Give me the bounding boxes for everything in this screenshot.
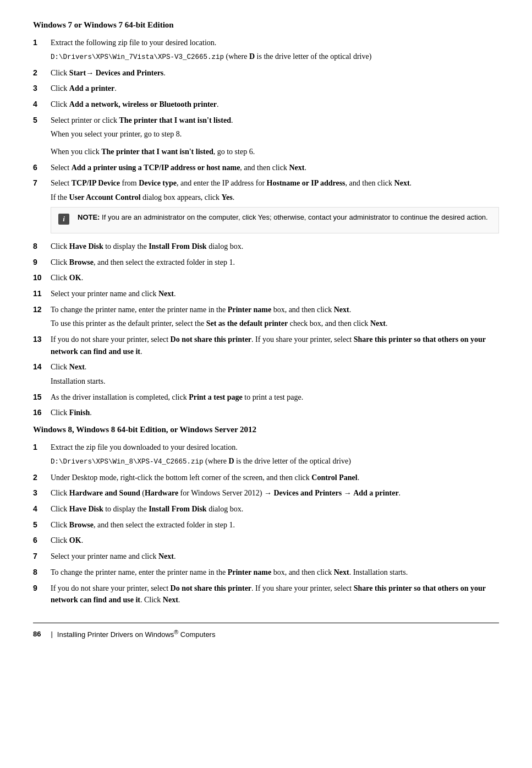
step-text: Under Desktop mode, right-click the bott… <box>51 472 499 484</box>
step-content: Click Add a network, wireless or Bluetoo… <box>51 99 499 111</box>
step-item: 3Click Add a printer. <box>33 83 499 95</box>
step-text: Select your printer name and click Next. <box>51 288 499 300</box>
step-text: Click OK. <box>51 535 499 547</box>
step-item: 10Click OK. <box>33 272 499 284</box>
step-number: 14 <box>33 361 51 373</box>
step-content: Select Add a printer using a TCP/IP addr… <box>51 162 499 174</box>
step-item: 4Click Have Disk to display the Install … <box>33 503 499 515</box>
step-number: 6 <box>33 535 51 546</box>
step-text: Select your printer name and click Next. <box>51 551 499 563</box>
step-text: Select Add a printer using a TCP/IP addr… <box>51 162 499 174</box>
step-content: If you do not share your printer, select… <box>51 334 499 357</box>
step-item: 11Select your printer name and click Nex… <box>33 288 499 300</box>
step-item: 12To change the printer name, enter the … <box>33 304 499 330</box>
step-content: Extract the zip file you downloaded to y… <box>51 442 499 468</box>
step-text: Click Hardware and Sound (Hardware for W… <box>51 487 499 499</box>
step-content: To change the printer name, enter the pr… <box>51 304 499 330</box>
page-footer: 86 | Installing Printer Drivers on Windo… <box>33 623 499 640</box>
step-code-line: D:\Drivers\XPS\Win_7Vista\XPS-V3_C2665.z… <box>51 51 499 63</box>
step-content: Under Desktop mode, right-click the bott… <box>51 472 499 484</box>
step-item: 16Click Finish. <box>33 407 499 419</box>
step-text: As the driver installation is completed,… <box>51 391 499 404</box>
step-text: Click Have Disk to display the Install F… <box>51 503 499 515</box>
step-text: Click Next. <box>51 361 499 373</box>
step-item: 7Select TCP/IP Device from Device type, … <box>33 177 499 237</box>
step-item: 15As the driver installation is complete… <box>33 391 499 404</box>
step-content: Click Browse, and then select the extrac… <box>51 519 499 531</box>
step-text: If you do not share your printer, select… <box>51 334 499 357</box>
page-content: Windows 7 or Windows 7 64-bit Edition1Ex… <box>33 19 499 640</box>
step-text: When you select your printer, go to step… <box>51 128 499 140</box>
step-text: If the User Account Control dialog box a… <box>51 192 499 204</box>
step-number: 12 <box>33 304 51 315</box>
step-content: Click Next.Installation starts. <box>51 361 499 387</box>
step-item: 6Select Add a printer using a TCP/IP add… <box>33 162 499 174</box>
step-text: Click Have Disk to display the Install F… <box>51 241 499 253</box>
step-number: 5 <box>33 115 51 126</box>
step-number: 16 <box>33 407 51 418</box>
step-text: Extract the following zip file to your d… <box>51 37 499 49</box>
note-box: i NOTE: If you are an administrator on t… <box>51 207 499 233</box>
step-content: Click Finish. <box>51 407 499 419</box>
step-text: To change the printer name, enter the pr… <box>51 304 499 316</box>
step-content: Click Hardware and Sound (Hardware for W… <box>51 487 499 499</box>
step-text: Select printer or click The printer that… <box>51 115 499 127</box>
section-heading-win8: Windows 8, Windows 8 64-bit Edition, or … <box>33 423 499 436</box>
step-number: 3 <box>33 487 51 499</box>
step-list-win7: 1Extract the following zip file to your … <box>33 37 499 420</box>
step-content: Select your printer name and click Next. <box>51 551 499 563</box>
step-item: 13If you do not share your printer, sele… <box>33 334 499 357</box>
step-item: 1Extract the following zip file to your … <box>33 37 499 63</box>
step-number: 7 <box>33 177 51 189</box>
note-text: NOTE: If you are an administrator on the… <box>78 212 488 223</box>
step-number: 11 <box>33 288 51 299</box>
step-number: 13 <box>33 334 51 345</box>
step-number: 2 <box>33 472 51 483</box>
step-item: 9Click Browse, and then select the extra… <box>33 257 499 269</box>
step-content: Click Add a printer. <box>51 83 499 95</box>
step-number: 7 <box>33 551 51 562</box>
step-number: 5 <box>33 519 51 531</box>
step-text: Click Add a network, wireless or Bluetoo… <box>51 99 499 111</box>
step-number: 4 <box>33 503 51 515</box>
step-number: 8 <box>33 567 51 578</box>
note-icon: i <box>58 213 73 228</box>
step-text: Extract the zip file you downloaded to y… <box>51 442 499 454</box>
step-number: 1 <box>33 37 51 48</box>
step-number: 9 <box>33 257 51 268</box>
step-text: Installation starts. <box>51 375 499 388</box>
step-content: As the driver installation is completed,… <box>51 391 499 404</box>
step-item: 8To change the printer name, enter the p… <box>33 567 499 579</box>
section-heading-win7: Windows 7 or Windows 7 64-bit Edition <box>33 19 499 31</box>
step-text: When you click The printer that I want i… <box>51 146 499 158</box>
step-text: Click Browse, and then select the extrac… <box>51 519 499 531</box>
step-item: 14Click Next.Installation starts. <box>33 361 499 387</box>
step-code-line: D:\Drivers\XPS\Win_8\XPS-V4_C2665.zip (w… <box>51 455 499 467</box>
step-number: 15 <box>33 391 51 403</box>
step-content: Select TCP/IP Device from Device type, a… <box>51 177 499 237</box>
step-list-win8: 1Extract the zip file you downloaded to … <box>33 442 499 606</box>
step-text: If you do not share your printer, select… <box>51 582 499 606</box>
step-item: 4Click Add a network, wireless or Blueto… <box>33 99 499 111</box>
step-text: Click Browse, and then select the extrac… <box>51 257 499 269</box>
step-content: Click Browse, and then select the extrac… <box>51 257 499 269</box>
step-content: Extract the following zip file to your d… <box>51 37 499 63</box>
step-item: 5Click Browse, and then select the extra… <box>33 519 499 531</box>
step-content: Click Have Disk to display the Install F… <box>51 503 499 515</box>
step-item: 8Click Have Disk to display the Install … <box>33 241 499 253</box>
step-text: To change the printer name, enter the pr… <box>51 567 499 579</box>
step-content: If you do not share your printer, select… <box>51 582 499 606</box>
step-number: 2 <box>33 67 51 79</box>
svg-text:i: i <box>63 215 65 223</box>
step-text: To use this printer as the default print… <box>51 318 499 330</box>
step-content: Select printer or click The printer that… <box>51 115 499 158</box>
step-item: 5Select printer or click The printer tha… <box>33 115 499 158</box>
step-item: 3Click Hardware and Sound (Hardware for … <box>33 487 499 499</box>
step-content: Select your printer name and click Next. <box>51 288 499 300</box>
step-content: Click Have Disk to display the Install F… <box>51 241 499 253</box>
step-content: To change the printer name, enter the pr… <box>51 567 499 579</box>
step-item: 6Click OK. <box>33 535 499 547</box>
step-text: Click OK. <box>51 272 499 284</box>
step-number: 6 <box>33 162 51 173</box>
step-text: Click Start→ Devices and Printers. <box>51 67 499 79</box>
